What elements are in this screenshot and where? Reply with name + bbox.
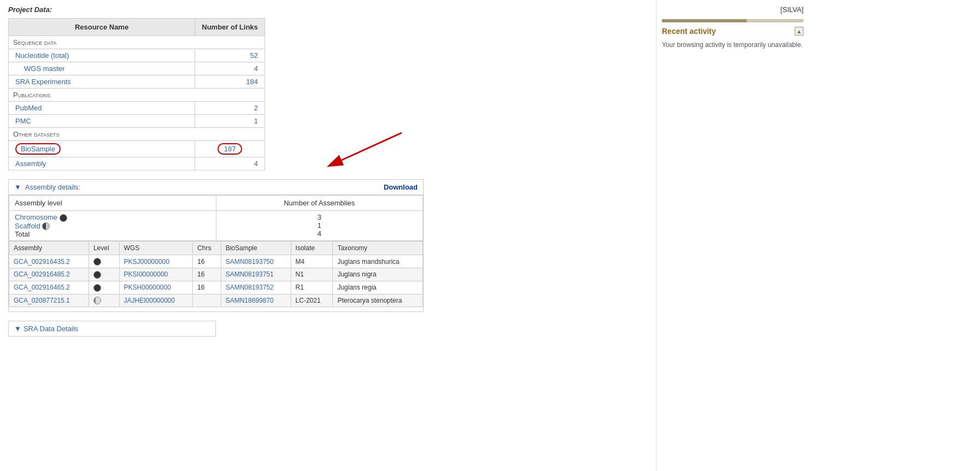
assembly-details-section: ▼ Assembly details: Download Assembly le… [8,179,424,312]
table-row: WGS master 4 [9,62,265,75]
section-other-datasets: Other datasets [9,128,265,141]
scaffold-count: 1 [222,221,418,229]
biosample-link-1[interactable]: SAMN08193750 [226,258,274,266]
resource-col-header: Resource Name [9,19,195,36]
section-label-other: Other datasets [9,128,265,141]
total-label: Total [15,230,210,238]
resource-biosample: BioSample [9,141,195,157]
count-sra: 184 [195,75,265,89]
assembly-link-3[interactable]: GCA_002916465.2 [14,284,70,291]
resource-nucleotide: Nucleotide (total) [9,49,195,62]
col-assembly-level: Assembly level [9,196,216,211]
isolate-1: M4 [291,255,333,268]
count-wgs: 4 [195,62,265,75]
level-2 [89,268,119,281]
resource-sra: SRA Experiments [9,75,195,89]
assembly-detail-table: Assembly Level WGS Chrs BioSample Isolat… [9,241,423,307]
count-pmc: 1 [195,115,265,128]
sra-data-header: ▼ SRA Data Details [9,321,215,336]
wgs-link-3[interactable]: PKSH00000000 [124,284,171,291]
col-taxonomy: Taxonomy [333,242,423,255]
sra-data-section: ▼ SRA Data Details [8,321,216,337]
assembly-link-4[interactable]: GCA_020877215.1 [14,297,70,304]
count-nucleotide: 52 [195,49,265,62]
scroll-up-button[interactable]: ▲ [795,27,803,36]
table-row: Nucleotide (total) 52 [9,49,265,62]
assembly-details-title: ▼ Assembly details: [14,183,80,191]
section-label-sequence: Sequence data [9,36,265,49]
isolate-4: LC-2021 [291,294,333,307]
resource-pmc: PMC [9,115,195,128]
col-assembly: Assembly [9,242,89,255]
chrs-2: 16 [193,268,221,281]
level-3 [89,281,119,294]
project-data-label: Project Data: [8,5,648,14]
taxonomy-3: Juglans regia [333,281,423,294]
count-pubmed: 2 [195,102,265,115]
assembly-link-2[interactable]: GCA_002916485.2 [14,270,70,278]
col-num-assemblies: Number of Assemblies [216,196,423,211]
biosample-label: BioSample [15,143,61,155]
level-1 [89,255,119,268]
section-label-publications: Publications [9,89,265,102]
chromosome-count: 3 [222,213,418,221]
links-col-header: Number of Links [195,19,265,36]
recent-activity-title-text: Recent activity [662,27,716,36]
level-icon-3 [93,284,101,292]
scaffold-icon [42,222,50,230]
assembly-counts-cell: 3 1 4 [216,211,423,241]
chrs-4 [193,294,221,307]
level-4 [89,294,119,307]
table-row: GCA_002916435.2 PKSJ00000000 16 SAMN0819… [9,255,423,268]
resource-assembly: Assembly [9,157,195,170]
table-row-biosample: BioSample 187 [9,141,265,157]
assembly-level-row: Chromosome Scaffold Total 3 1 4 [9,211,423,241]
level-icon-2 [93,271,101,279]
taxonomy-4: Pterocarya stenoptera [333,294,423,307]
table-row: GCA_002916485.2 PKSI00000000 16 SAMN0819… [9,268,423,281]
download-link[interactable]: Download [384,183,418,191]
level-icon-1 [93,258,101,266]
level-icon-4 [93,297,101,304]
table-row: Assembly 4 [9,157,265,170]
col-level: Level [89,242,119,255]
resource-pubmed: PubMed [9,102,195,115]
wgs-link-2[interactable]: PKSI00000000 [124,270,168,278]
taxonomy-2: Juglans nigra [333,268,423,281]
sra-toggle-icon[interactable]: ▼ [14,325,21,333]
col-biosample: BioSample [221,242,291,255]
chromosome-link[interactable]: Chromosome [15,213,210,222]
svg-line-1 [342,133,402,160]
count-assembly: 4 [195,157,265,170]
table-row: SRA Experiments 184 [9,75,265,89]
count-biosample: 187 [195,141,265,157]
chrs-3: 16 [193,281,221,294]
table-row: PubMed 2 [9,102,265,115]
chrs-1: 16 [193,255,221,268]
assembly-details-header: ▼ Assembly details: Download [9,180,423,195]
assembly-level-table: Assembly level Number of Assemblies Chro… [9,195,423,241]
biosample-link-4[interactable]: SAMN18699870 [226,297,274,304]
toggle-arrow-icon[interactable]: ▼ [14,183,21,191]
section-sequence-data: Sequence data [9,36,265,49]
biosample-link-2[interactable]: SAMN08193751 [226,270,274,278]
table-row: GCA_020877215.1 JAJHEI00000000 SAMN18699… [9,294,423,307]
col-wgs: WGS [119,242,193,255]
table-row: GCA_002916465.2 PKSH00000000 16 SAMN0819… [9,281,423,294]
recent-activity-header: Recent activity ▲ [662,27,803,36]
scaffold-link[interactable]: Scaffold [15,222,210,231]
taxonomy-1: Juglans mandshurica [333,255,423,268]
project-data-table: Resource Name Number of Links Sequence d… [8,18,265,170]
assembly-link-1[interactable]: GCA_002916435.2 [14,258,70,266]
wgs-link-4[interactable]: JAJHEI00000000 [124,297,175,304]
annotation-arrow [325,127,413,173]
main-content: Project Data: Resource Name Number of Li… [0,0,656,471]
chromosome-icon [60,214,67,222]
assembly-levels-cell: Chromosome Scaffold Total [9,211,216,241]
sra-title: SRA Data Details [24,325,78,333]
sidebar: [SILVA] Recent activity ▲ Your browsing … [656,0,809,471]
wgs-link-1[interactable]: PKSJ00000000 [124,258,169,266]
col-chrs: Chrs [193,242,221,255]
recent-activity-body: Your browsing activity is temporarily un… [662,40,803,50]
biosample-link-3[interactable]: SAMN08193752 [226,284,274,291]
